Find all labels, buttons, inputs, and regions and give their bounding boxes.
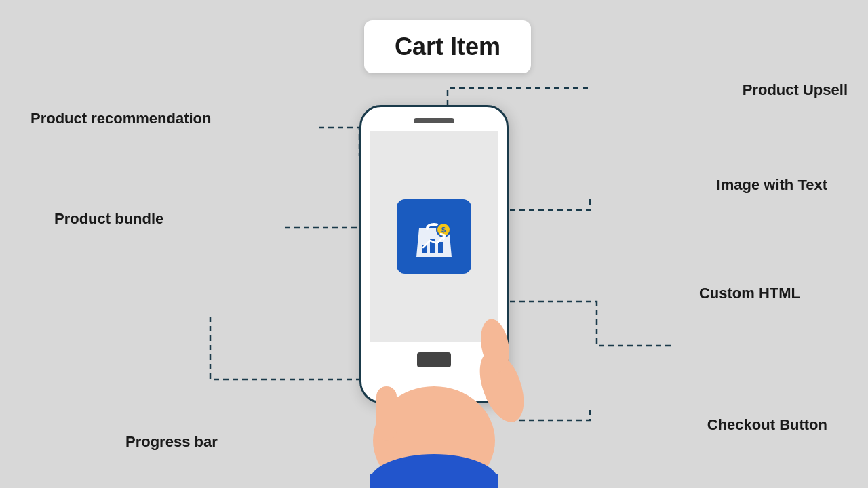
label-product-upsell: Product Upsell: [743, 81, 848, 99]
svg-rect-9: [370, 474, 498, 488]
label-progress-bar: Progress bar: [125, 433, 218, 451]
hand-svg: [305, 251, 563, 488]
label-custom-html: Custom HTML: [699, 285, 800, 302]
hand-illustration: [305, 251, 563, 488]
svg-text:$: $: [441, 226, 446, 234]
label-product-bundle: Product bundle: [54, 210, 163, 228]
cart-item-title: Cart Item: [395, 33, 500, 60]
label-image-with-text: Image with Text: [717, 176, 827, 194]
svg-rect-10: [376, 386, 397, 441]
label-product-recommendation: Product recommendation: [31, 110, 211, 127]
cart-item-title-box: Cart Item: [364, 20, 531, 73]
label-checkout-button: Checkout Button: [707, 416, 827, 434]
phone-speaker: [414, 118, 454, 123]
